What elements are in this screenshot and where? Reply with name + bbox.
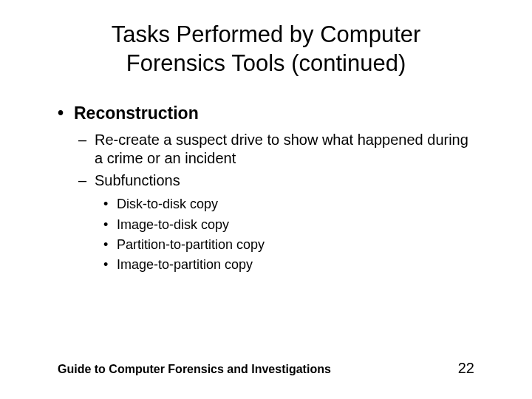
title-line-1: Tasks Performed by Computer [112, 21, 421, 47]
slide-title: Tasks Performed by Computer Forensics To… [0, 0, 532, 78]
bullet-level-1: Reconstruction [58, 103, 474, 123]
slide-footer: Guide to Computer Forensics and Investig… [58, 360, 474, 377]
bullet-text: Re-create a suspect drive to show what h… [95, 132, 468, 167]
title-line-2: Forensics Tools (continued) [126, 50, 406, 76]
footer-text: Guide to Computer Forensics and Investig… [58, 363, 331, 376]
bullet-level-3: Image-to-partition copy [58, 256, 474, 273]
bullet-level-2: Subfunctions [58, 171, 474, 191]
bullet-level-2: Re-create a suspect drive to show what h… [58, 131, 474, 168]
bullet-level-3: Image-to-disk copy [58, 216, 474, 233]
bullet-level-3-group: Disk-to-disk copy Image-to-disk copy Par… [58, 196, 474, 274]
bullet-level-3: Partition-to-partition copy [58, 236, 474, 253]
bullet-text: Partition-to-partition copy [117, 237, 265, 252]
slide-content: Reconstruction Re-create a suspect drive… [0, 78, 532, 274]
bullet-text: Subfunctions [95, 172, 180, 188]
bullet-text: Reconstruction [74, 103, 199, 123]
bullet-text: Disk-to-disk copy [117, 197, 218, 211]
bullet-level-3: Disk-to-disk copy [58, 196, 474, 213]
bullet-text: Image-to-partition copy [117, 257, 253, 272]
page-number: 22 [458, 360, 474, 377]
bullet-text: Image-to-disk copy [117, 217, 229, 232]
